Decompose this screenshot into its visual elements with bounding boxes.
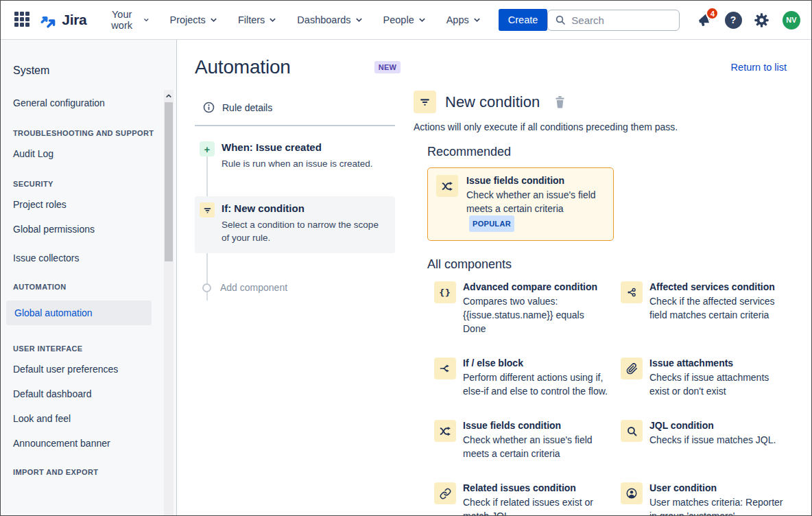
app-switcher-icon[interactable] [14,12,30,28]
jira-logo[interactable]: Jira [40,11,86,29]
component-jql-condition[interactable]: JQL condition Checks if issue matches JQ… [621,420,787,460]
new-condition-panel: New condition Actions will only [414,91,787,515]
sidebar-item-project-roles[interactable]: Project roles [13,199,156,210]
notification-count-badge: 4 [706,7,719,20]
sidebar-item-default-user-preferences[interactable]: Default user preferences [13,364,156,375]
filter-icon [200,202,215,218]
all-components-heading: All components [427,257,787,272]
component-issue-fields-condition[interactable]: Issue fields condition Check whether an … [434,420,621,460]
card-description: Check whether an issue's field meets a c… [466,188,605,232]
nav-filters[interactable]: Filters [238,14,276,25]
step-description: Select a condition to narrow the scope o… [222,218,388,244]
top-navigation-bar: Jira Your work Projects Filters Dashboar… [1,1,811,40]
nav-dashboards[interactable]: Dashboards [297,14,362,25]
component-user-condition[interactable]: User condition User matches criteria: Re… [621,482,787,515]
new-badge: NEW [374,61,401,73]
chevron-down-icon [473,17,481,23]
gear-icon [753,12,770,29]
condition-panel-title: New condition [445,93,540,111]
sidebar-item-general-configuration[interactable]: General configuration [13,97,156,108]
sidebar-scrollbar[interactable] [164,90,174,515]
braces-icon: {} [434,281,456,303]
rule-panel-divider [195,125,395,126]
chevron-down-icon [418,17,426,23]
jira-admin-window: Jira Your work Projects Filters Dashboar… [0,0,812,516]
sidebar-item-look-and-feel[interactable]: Look and feel [13,413,156,424]
sidebar-item-default-dashboard[interactable]: Default dashboard [13,388,156,399]
sidebar-item-announcement-banner[interactable]: Announcement banner [13,438,156,449]
rule-step-condition[interactable]: If: New condition Select a condition to … [195,196,395,253]
create-button[interactable]: Create [499,9,548,31]
search-box[interactable] [547,10,680,31]
sidebar-item-global-permissions[interactable]: Global permissions [13,224,156,235]
chevron-down-icon [355,17,363,23]
recommended-issue-fields-condition-card[interactable]: Issue fields condition Check whether an … [427,167,614,241]
return-to-list-link[interactable]: Return to list [731,62,787,73]
add-component-label: Add component [220,282,287,293]
rule-details-button[interactable]: Rule details [195,102,395,113]
scrollbar-thumb[interactable] [165,102,173,261]
branch-icon [434,357,456,379]
scrollbar-up-arrow-icon[interactable] [164,90,174,102]
page-title: Automation [195,56,291,78]
sidebar-section-import-export: IMPORT AND EXPORT [13,468,156,476]
components-grid: {} Advanced compare condition Compares t… [434,281,787,515]
component-issue-attachments[interactable]: Issue attachments Checks if issue attach… [621,357,787,398]
nav-your-work[interactable]: Your work [105,9,150,31]
component-if-else-block[interactable]: If / else block Perform different action… [434,357,621,398]
jira-logo-icon [40,11,58,29]
chevron-down-icon [210,17,217,23]
card-title: Issue fields condition [466,175,605,186]
sidebar-section-user-interface: USER INTERFACE [13,344,156,353]
jira-logo-text: Jira [62,12,86,28]
admin-sidebar: System General configuration TROUBLESHOO… [1,40,177,515]
shuffle-icon [436,175,458,197]
user-icon [621,482,643,504]
rule-step-trigger[interactable]: + When: Issue created Rule is run when a… [200,141,395,170]
add-component-circle-icon [202,283,211,292]
rule-builder-panel: Rule details + When: Issue created Rule … [195,91,395,515]
user-avatar[interactable]: NV [783,11,800,30]
component-advanced-compare-condition[interactable]: {} Advanced compare condition Compares t… [434,281,621,336]
chevron-down-icon [269,17,276,23]
component-affected-services-condition[interactable]: Affected services condition Check if the… [621,281,787,336]
add-component-button[interactable]: Add component [200,282,395,293]
sidebar-item-issue-collectors[interactable]: Issue collectors [13,253,156,263]
link-icon [434,482,456,504]
sidebar-title: System [13,64,156,77]
paperclip-icon [621,357,643,379]
share-icon [621,281,643,303]
primary-nav: Your work Projects Filters Dashboards Pe… [105,9,481,31]
search-icon [621,420,643,442]
sidebar-section-automation: AUTOMATION [13,283,156,291]
recommended-heading: Recommended [427,145,787,159]
nav-projects[interactable]: Projects [169,14,217,25]
notifications-button[interactable]: 4 [695,10,715,30]
search-icon [555,14,566,25]
sidebar-section-troubleshooting: TROUBLESHOOTING AND SUPPORT [13,129,156,137]
step-title: If: New condition [222,202,388,214]
plus-icon: + [200,141,215,156]
delete-condition-button[interactable] [554,95,566,108]
filter-icon [414,91,436,113]
info-icon [203,102,215,113]
sidebar-item-global-automation[interactable]: Global automation [6,301,152,325]
step-description: Rule is run when an issue is created. [222,157,373,170]
trash-icon [554,95,566,108]
main-content: Automation NEW Return to list Rule detai… [177,40,811,515]
nav-people[interactable]: People [383,14,426,25]
shuffle-icon [434,420,456,442]
nav-apps[interactable]: Apps [446,14,481,25]
search-input[interactable] [571,14,667,26]
step-title: When: Issue created [222,141,373,153]
settings-button[interactable] [752,10,772,30]
sidebar-section-security: SECURITY [13,180,156,188]
component-related-issues-condition[interactable]: Related issues condition Check if relate… [434,482,621,515]
help-button[interactable]: ? [723,10,743,30]
sidebar-item-audit-log[interactable]: Audit Log [13,148,156,159]
help-icon: ? [725,12,742,29]
popular-badge: POPULAR [469,215,514,232]
rule-details-label: Rule details [222,102,272,113]
chevron-down-icon [143,17,150,23]
condition-panel-description: Actions will only execute if all conditi… [414,121,787,132]
